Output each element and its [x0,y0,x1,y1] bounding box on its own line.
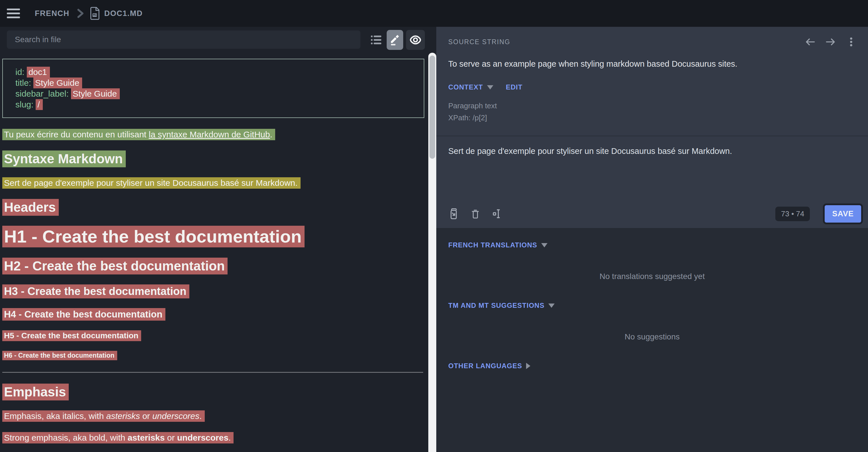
horizontal-rule [2,372,423,373]
translatable-string[interactable]: H5 - Create the best documentation [2,330,141,341]
h1-sample: H1 - Create the best documentation [2,226,424,247]
syntax-heading: Syntaxe Markdown [2,151,424,166]
eye-icon [409,33,422,46]
text-cursor-icon [491,207,503,220]
headers-heading: Headers [2,199,424,215]
breadcrumb-file[interactable]: DOC1.MD [90,6,143,21]
breadcrumb-chevron-icon [76,8,84,18]
h2-sample: H2 - Create the best documentation [2,258,424,273]
markdown-file-icon [90,6,100,21]
context-type: Paragraph text [448,100,497,112]
frontmatter-line: title:Style Guide [16,77,411,88]
kebab-menu-icon [845,36,857,48]
french-translations-label: FRENCH TRANSLATIONS [448,241,537,249]
translation-input[interactable]: Sert de page d'exemple pour styliser un … [448,146,856,191]
chevron-down-icon [487,85,493,90]
edit-context-button[interactable]: EDIT [506,83,523,91]
chevron-right-icon [526,363,530,369]
next-string-button[interactable] [824,35,837,49]
suggestions-empty-message: No suggestions [436,332,868,342]
save-button[interactable]: SAVE [825,205,861,223]
translatable-string[interactable]: H1 - Create the best documentation [2,226,305,247]
other-languages-label: OTHER LANGUAGES [448,362,522,370]
context-row: CONTEXT EDIT [448,83,522,91]
delete-translation-button[interactable] [469,207,482,220]
translatable-string[interactable]: H6 - Create the best documentation [2,351,117,360]
translatable-string[interactable]: Emphasis [2,384,69,400]
context-xpath: XPath: /p[2] [448,112,497,124]
scrollbar-track [428,53,436,452]
h5-sample: H5 - Create the best documentation [2,331,424,340]
more-options-button[interactable] [845,35,858,49]
translatable-string[interactable]: Strong emphasis, aka bold, with asterisk… [2,432,234,444]
translation-panel: SOURCE STRING To serve as an example pag… [436,27,868,452]
scrollbar-thumb[interactable] [429,56,435,159]
translatable-string[interactable]: Tu peux écrire du contenu en utilisant l… [2,129,275,140]
intro-paragraph: Tu peux écrire du contenu en utilisant l… [2,129,424,140]
source-string-label: SOURCE STRING [448,38,510,46]
document-preview-panel: id:doc1 title:Style Guide sidebar_label:… [0,27,436,452]
other-languages-section[interactable]: OTHER LANGUAGES [448,362,868,370]
tm-mt-section[interactable]: TM AND MT SUGGESTIONS [448,301,868,310]
context-info: Paragraph text XPath: /p[2] [448,100,497,124]
selected-translatable-string[interactable]: Sert de page d'exemple pour styliser un … [2,177,301,189]
translatable-string[interactable]: doc1 [27,67,50,77]
editor-toolbar: 73 • 74 SAVE [447,203,861,224]
translatable-string[interactable]: Syntaxe Markdown [2,151,126,167]
previous-string-button[interactable] [804,35,817,49]
chevron-down-icon [548,303,555,308]
char-count-badge: 73 • 74 [775,206,810,221]
translatable-string[interactable]: / [36,99,42,110]
copy-source-icon [447,207,460,220]
preview-mode-button[interactable] [406,30,425,50]
insert-source-text-button[interactable] [447,207,460,220]
frontmatter-line: id:doc1 [16,67,411,77]
list-icon [370,33,383,46]
h3-sample: H3 - Create the best documentation [2,285,424,297]
chevron-down-icon [541,243,548,247]
h4-sample: H4 - Create the best documentation [2,309,424,320]
translatable-string[interactable]: Emphasis, aka italics, with asterisks or… [2,410,205,422]
breadcrumb-project[interactable]: FRENCH [35,9,69,18]
tm-mt-label: TM AND MT SUGGESTIONS [448,301,545,310]
breadcrumb-filename: DOC1.MD [104,9,143,18]
translations-empty-message: No translations suggested yet [436,272,868,281]
search-box [7,31,361,49]
file-toolbar [0,27,436,53]
french-translations-section[interactable]: FRENCH TRANSLATIONS [448,241,868,249]
editor-divider [436,136,868,136]
markdown-syntax-link[interactable]: la syntaxe Markdown de GitHub [149,130,270,139]
menu-icon[interactable] [7,8,20,18]
translatable-string[interactable]: Style Guide [33,77,82,88]
string-editor-card: SOURCE STRING To serve as an example pag… [436,27,868,228]
edit-mode-button[interactable] [387,30,403,50]
arrow-left-icon [804,36,816,48]
pencil-icon [389,34,401,46]
trash-icon [470,207,481,220]
emphasis-paragraph: Emphasis, aka italics, with asterisks or… [2,411,424,421]
top-app-bar: FRENCH DOC1.MD [0,0,868,27]
translatable-string[interactable]: Style Guide [71,88,120,99]
frontmatter-line: slug:/ [16,99,411,110]
emphasis-heading: Emphasis [2,384,424,399]
document-content: id:doc1 title:Style Guide sidebar_label:… [2,53,424,452]
h6-sample: H6 - Create the best documentation [2,352,424,359]
string-list-button[interactable] [368,30,384,50]
arrow-right-icon [825,36,837,48]
header-icons [804,35,858,49]
editor-header: SOURCE STRING [448,35,858,49]
frontmatter-line: sidebar_label:Style Guide [16,88,411,99]
context-toggle[interactable]: CONTEXT [448,83,483,91]
translatable-string[interactable]: H2 - Create the best documentation [2,258,227,275]
selected-paragraph: Sert de page d'exemple pour styliser un … [2,178,424,188]
insert-placeholder-button[interactable] [491,207,503,220]
translatable-string[interactable]: H4 - Create the best documentation [2,308,165,321]
search-input[interactable] [7,35,361,44]
source-string-text: To serve as an example page when styling… [448,58,856,69]
frontmatter-block: id:doc1 title:Style Guide sidebar_label:… [2,59,424,118]
suggestion-sections: FRENCH TRANSLATIONS No translations sugg… [436,228,868,370]
translatable-string[interactable]: Headers [2,199,59,216]
strong-paragraph: Strong emphasis, aka bold, with asterisk… [2,432,424,443]
translatable-string[interactable]: H3 - Create the best documentation [2,284,189,298]
